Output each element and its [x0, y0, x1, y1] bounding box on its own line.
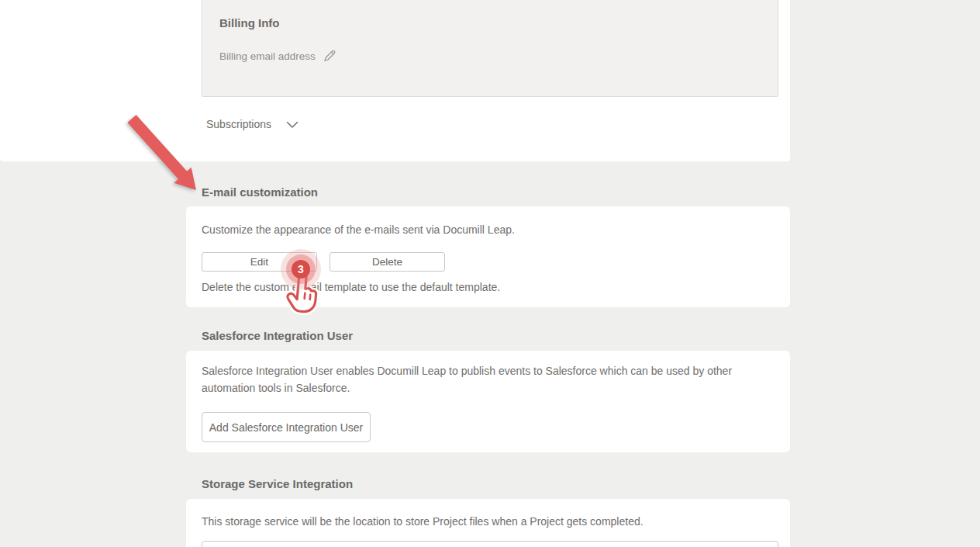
billing-info-card: Billing Info Billing email address	[202, 0, 778, 97]
billing-email-row: Billing email address	[219, 49, 336, 63]
delete-button[interactable]: Delete	[330, 252, 445, 272]
edit-button[interactable]: Edit	[202, 252, 317, 272]
billing-info-title: Billing Info	[219, 16, 279, 29]
billing-email-label: Billing email address	[219, 50, 316, 62]
account-panel: Billing Info Billing email address Subsc…	[0, 0, 790, 161]
storage-integration-heading: Storage Service Integration	[202, 477, 353, 490]
settings-page: Billing Info Billing email address Subsc…	[0, 0, 980, 547]
salesforce-integration-heading: Salesforce Integration User	[202, 329, 353, 342]
email-customization-heading: E-mail customization	[202, 185, 318, 199]
add-salesforce-user-button[interactable]: Add Salesforce Integration User	[202, 412, 371, 442]
email-customization-card: Customize the appearance of the e-mails …	[186, 206, 790, 307]
edit-pencil-icon[interactable]	[323, 49, 336, 63]
storage-service-select[interactable]	[202, 541, 778, 547]
salesforce-integration-description: Salesforce Integration User enables Docu…	[202, 362, 778, 396]
chevron-down-icon	[286, 119, 298, 129]
subscriptions-toggle[interactable]: Subscriptions	[206, 118, 298, 130]
subscriptions-label: Subscriptions	[206, 118, 271, 130]
delete-template-note: Delete the custom e-mail template to use…	[202, 279, 778, 296]
storage-integration-description: This storage service will be the locatio…	[202, 513, 778, 530]
email-customization-description: Customize the appearance of the e-mails …	[202, 221, 778, 238]
storage-integration-card: This storage service will be the locatio…	[186, 499, 790, 547]
salesforce-integration-card: Salesforce Integration User enables Docu…	[186, 351, 790, 452]
